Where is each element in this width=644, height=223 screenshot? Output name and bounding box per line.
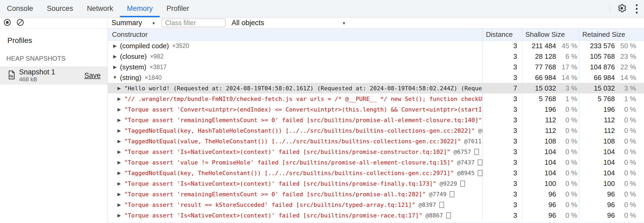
shallow-size-percent: 0 % bbox=[556, 210, 577, 221]
table-row[interactable]: ▼ (string) ×1840 3 66 984 14 % 66 984 14… bbox=[108, 72, 644, 83]
retained-size-percent: 0 % bbox=[615, 104, 636, 115]
box-glyph-icon bbox=[474, 149, 479, 155]
retained-size-cell: 104 876 22 % bbox=[579, 62, 644, 72]
disclosure-triangle-icon[interactable]: ▶ bbox=[116, 117, 123, 123]
disclosure-triangle-icon[interactable]: ▶ bbox=[116, 86, 123, 91]
shallow-size-percent: 14 % bbox=[556, 72, 577, 83]
snapshot-name: Snapshot 1 bbox=[19, 68, 84, 76]
snapshot-meta: Snapshot 1 468 kB bbox=[19, 68, 84, 83]
retained-size-cell: 196 0 % bbox=[579, 104, 644, 115]
disclosure-triangle-icon[interactable]: ▶ bbox=[116, 96, 123, 102]
class-filter-input[interactable] bbox=[161, 19, 226, 27]
retained-size-value: 105 768 bbox=[579, 51, 615, 62]
disclosure-triangle-icon[interactable]: ▶ bbox=[116, 213, 123, 218]
retained-size-cell: 108 0 % bbox=[579, 136, 644, 146]
table-row[interactable]: ▶ "Torque assert 'Is<NativeContext>(cont… bbox=[108, 178, 644, 189]
constructor-cell: ▶ (closure) ×982 bbox=[108, 51, 482, 62]
retained-size-percent: 1 % bbox=[615, 93, 636, 104]
shallow-size-value: 15 032 bbox=[522, 83, 556, 93]
table-row[interactable]: ▶ "TaggedNotEqual(key, TheHoleConstant()… bbox=[108, 168, 644, 178]
objects-filter-select[interactable]: All objects ▼ bbox=[231, 19, 346, 27]
disclosure-triangle-icon[interactable]: ▶ bbox=[111, 64, 118, 70]
table-row[interactable]: ▶ (compiled code) ×3520 3 211 484 45 % 2… bbox=[108, 41, 644, 51]
tab-network[interactable]: Network bbox=[80, 0, 120, 17]
settings-button[interactable] bbox=[614, 1, 629, 16]
column-header-shallow-size[interactable]: Shallow Size bbox=[522, 29, 579, 40]
more-options-button[interactable] bbox=[629, 1, 644, 16]
object-id: @7437 bbox=[457, 159, 475, 166]
table-row[interactable]: ▶ "TaggedNotEqual(value, TheHoleConstant… bbox=[108, 136, 644, 146]
sidebar-item-snapshot-1[interactable]: % Snapshot 1 468 kB Save bbox=[0, 66, 108, 84]
constructor-cell: ▶ "Hello world! (Requested at: 2024-08-1… bbox=[108, 83, 482, 93]
shallow-size-percent: 0 % bbox=[556, 178, 577, 189]
shallow-size-value: 108 bbox=[522, 136, 556, 146]
retained-size-percent: 0 % bbox=[615, 157, 636, 168]
constructor-label: "TaggedNotEqual(key, TheHoleConstant()) … bbox=[124, 170, 454, 176]
column-header-constructor[interactable]: Constructor bbox=[108, 29, 482, 40]
table-row[interactable]: ▶ "TaggedNotEqual(key, HashTableHoleCons… bbox=[108, 125, 644, 136]
instance-count: ×3817 bbox=[150, 64, 167, 71]
shallow-size-cell: 96 0 % bbox=[522, 210, 579, 221]
table-row[interactable]: ▶ "Torque assert 'remainingElementsCount… bbox=[108, 189, 644, 199]
disclosure-triangle-icon[interactable]: ▶ bbox=[116, 128, 123, 133]
distance-cell: 3 bbox=[482, 199, 522, 210]
object-id: @7611 bbox=[464, 138, 482, 145]
constructor-label: "TaggedNotEqual(key, HashTableHoleConsta… bbox=[124, 127, 475, 134]
disclosure-triangle-icon[interactable]: ▶ bbox=[116, 107, 123, 112]
tab-console[interactable]: Console bbox=[0, 0, 40, 17]
table-row[interactable]: ▶ (system) ×3817 3 77 768 17 % 104 876 2… bbox=[108, 62, 644, 72]
tab-memory[interactable]: Memory bbox=[120, 0, 160, 17]
disclosure-triangle-icon[interactable]: ▶ bbox=[116, 149, 123, 155]
retained-size-value: 96 bbox=[579, 210, 615, 221]
disclosure-triangle-icon[interactable]: ▶ bbox=[111, 54, 118, 59]
shallow-size-percent: 6 % bbox=[556, 51, 577, 62]
table-row[interactable]: ▶ "// .wrangler/tmp/bundle-FmNIt0/checke… bbox=[108, 93, 644, 104]
shallow-size-cell: 211 484 45 % bbox=[522, 41, 579, 51]
table-row[interactable]: ▶ "Torque assert 'value != PromiseHole' … bbox=[108, 157, 644, 168]
table-row[interactable]: ▶ "Torque assert 'Is<NativeContext>(cont… bbox=[108, 146, 644, 157]
constructor-label: "Torque assert 'remainingElementsCount >… bbox=[124, 117, 482, 123]
constructor-cell: ▶ "Torque assert 'Convert<uintptr>(endIn… bbox=[108, 104, 482, 115]
take-snapshot-button[interactable] bbox=[3, 18, 11, 28]
profiles-sidebar: Profiles HEAP SNAPSHOTS % Snapshot 1 468… bbox=[0, 17, 108, 223]
box-glyph-icon bbox=[478, 170, 482, 176]
shallow-size-cell: 77 768 17 % bbox=[522, 62, 579, 72]
table-row[interactable]: ▶ "Hello world! (Requested at: 2024-08-1… bbox=[108, 83, 644, 93]
table-row[interactable]: ▶ "Torque assert 'Convert<uintptr>(endIn… bbox=[108, 104, 644, 115]
shallow-size-value: 77 768 bbox=[522, 62, 556, 72]
tab-sources[interactable]: Sources bbox=[40, 0, 80, 17]
constructor-label: (system) bbox=[120, 63, 146, 71]
tab-profiler[interactable]: Profiler bbox=[160, 0, 196, 17]
grid-header: Constructor Distance Shallow Size Retain… bbox=[108, 28, 644, 41]
disclosure-triangle-icon[interactable]: ▶ bbox=[116, 181, 123, 186]
perspective-select[interactable]: Summary ▼ bbox=[111, 19, 155, 27]
shallow-size-cell: 100 0 % bbox=[522, 178, 579, 189]
disclosure-triangle-icon[interactable]: ▶ bbox=[116, 202, 123, 208]
table-row[interactable]: ▶ (closure) ×982 3 28 128 6 % 105 768 23… bbox=[108, 51, 644, 62]
table-row[interactable]: ▶ "Torque assert 'Is<NativeContext>(cont… bbox=[108, 210, 644, 221]
box-glyph-icon bbox=[439, 202, 444, 208]
record-icon bbox=[3, 18, 11, 28]
table-row[interactable]: ▶ "Torque assert 'result == kStoreSucced… bbox=[108, 199, 644, 210]
instance-count: ×982 bbox=[150, 53, 164, 60]
disclosure-triangle-icon[interactable]: ▼ bbox=[111, 75, 118, 80]
retained-size-cell: 233 576 50 % bbox=[579, 41, 644, 51]
clear-profiles-button[interactable] bbox=[16, 18, 24, 28]
disclosure-triangle-icon[interactable]: ▶ bbox=[116, 170, 123, 176]
disclosure-triangle-icon[interactable]: ▶ bbox=[116, 160, 123, 165]
disclosure-triangle-icon[interactable]: ▶ bbox=[111, 43, 118, 49]
snapshot-size: 468 kB bbox=[19, 76, 84, 83]
column-header-distance[interactable]: Distance bbox=[482, 29, 522, 40]
column-header-retained-size[interactable]: Retained Size bbox=[579, 29, 644, 40]
disclosure-triangle-icon[interactable]: ▶ bbox=[116, 139, 123, 144]
disclosure-triangle-icon[interactable]: ▶ bbox=[116, 191, 123, 197]
table-row[interactable]: ▶ "Torque assert 'remainingElementsCount… bbox=[108, 115, 644, 125]
shallow-size-cell: 104 0 % bbox=[522, 168, 579, 178]
shallow-size-cell: 112 0 % bbox=[522, 115, 579, 125]
save-snapshot-link[interactable]: Save bbox=[84, 72, 101, 80]
retained-size-value: 104 bbox=[579, 157, 615, 168]
shallow-size-value: 96 bbox=[522, 199, 556, 210]
constructor-cell: ▶ "Torque assert 'result == kStoreSucced… bbox=[108, 199, 482, 210]
retained-size-value: 196 bbox=[579, 104, 615, 115]
constructor-label: "Torque assert 'remainingElementsCount >… bbox=[124, 191, 426, 198]
